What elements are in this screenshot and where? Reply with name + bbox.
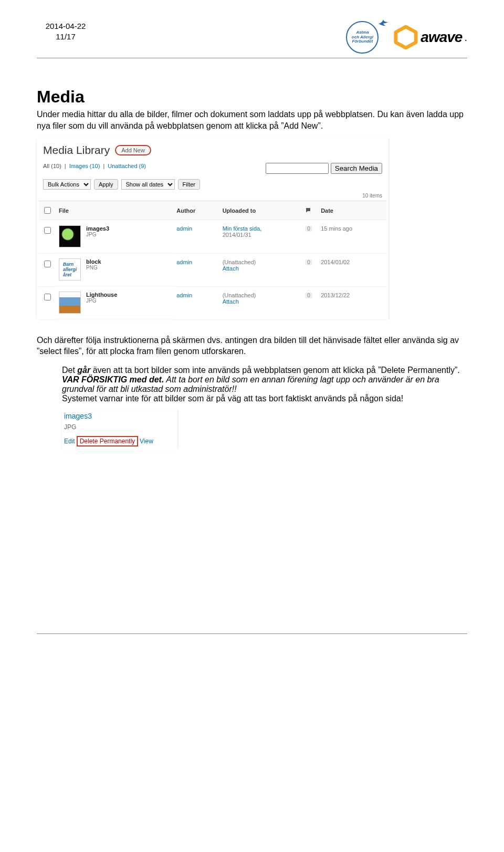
media-filter-links: All (10) | Images (10) | Unattached (9) … bbox=[39, 162, 386, 177]
uploaded-status: (Unattached) bbox=[223, 259, 299, 265]
comment-icon bbox=[305, 207, 311, 213]
uploaded-status: (Unattached) bbox=[223, 292, 299, 298]
delete-permanently-screenshot: images3 JPG Edit Delete Permanently View bbox=[62, 409, 177, 450]
warning-paragraph-1: Det går även att ta bort bilder som inte… bbox=[62, 366, 467, 403]
attach-link[interactable]: Attach bbox=[223, 298, 299, 305]
file-name[interactable]: block bbox=[86, 258, 101, 265]
row-checkbox[interactable] bbox=[44, 227, 51, 234]
file-type: PNG bbox=[86, 265, 101, 271]
table-row: images3 JPG admin Min första sida, 2014/… bbox=[39, 220, 386, 254]
attach-link[interactable]: Attach bbox=[223, 265, 299, 272]
table-row: Lighthouse JPG admin (Unattached) Attach… bbox=[39, 286, 386, 319]
svg-marker-0 bbox=[396, 27, 416, 48]
row-checkbox[interactable] bbox=[44, 294, 51, 300]
footer-divider bbox=[37, 633, 467, 634]
date-cell: 2014/01/02 bbox=[318, 253, 386, 286]
date-cell: 15 mins ago bbox=[318, 220, 386, 254]
header-page-number: 11/17 bbox=[37, 32, 94, 42]
author-cell[interactable]: admin bbox=[173, 286, 219, 319]
astma-logo-text: Astma och Allergi Förbundet bbox=[352, 30, 373, 44]
bulk-actions-select[interactable]: Bulk Actions bbox=[43, 179, 91, 190]
mid-paragraph: Och därefter följa instruktionerna på sk… bbox=[37, 335, 467, 357]
thumbnail-icon bbox=[59, 225, 81, 247]
uploaded-link[interactable]: Min första sida, bbox=[223, 225, 299, 232]
edit-link[interactable]: Edit bbox=[64, 438, 75, 445]
file-type: JPG bbox=[86, 232, 109, 237]
awave-logo: awave. bbox=[393, 25, 467, 50]
thumbnail-icon: Barnallergiåret bbox=[59, 258, 81, 280]
table-row: Barnallergiåret block PNG admin (Unattac… bbox=[39, 253, 386, 286]
media-library-title: Media Library bbox=[43, 144, 110, 157]
filter-images[interactable]: Images (10) bbox=[69, 163, 100, 174]
row-checkbox[interactable] bbox=[44, 261, 51, 267]
author-cell[interactable]: admin bbox=[173, 220, 219, 254]
date-filter-select[interactable]: Show all dates bbox=[121, 179, 175, 190]
file-type: JPG bbox=[86, 298, 117, 304]
awave-logo-text: awave bbox=[421, 29, 462, 46]
file-name[interactable]: Lighthouse bbox=[86, 292, 117, 298]
media-table: File Author Uploaded to Date images3 bbox=[39, 201, 386, 320]
warning-paragraph-2: Systemet varnar inte för att bilder som … bbox=[62, 394, 467, 403]
media-library-screenshot: Media Library Add New All (10) | Images … bbox=[37, 138, 388, 320]
awave-hexagon-icon bbox=[393, 25, 418, 50]
media-search-input[interactable] bbox=[266, 163, 329, 174]
sd-filetype: JPG bbox=[64, 423, 175, 431]
add-new-button[interactable]: Add New bbox=[115, 145, 151, 155]
col-author[interactable]: Author bbox=[173, 201, 219, 220]
thumbnail-icon bbox=[59, 292, 81, 314]
date-cell: 2013/12/22 bbox=[318, 286, 386, 319]
col-uploaded[interactable]: Uploaded to bbox=[219, 201, 302, 220]
apply-button[interactable]: Apply bbox=[94, 179, 118, 190]
intro-paragraph: Under media hittar du alla de bilder, fi… bbox=[37, 109, 467, 131]
header-date-block: 2014-04-22 11/17 bbox=[37, 21, 94, 41]
header-date: 2014-04-22 bbox=[37, 21, 94, 32]
uploaded-date: 2014/01/31 bbox=[223, 232, 299, 238]
comment-count[interactable]: 0 bbox=[305, 226, 312, 232]
filter-all[interactable]: All (10) bbox=[43, 163, 61, 174]
filter-unattached[interactable]: Unattached (9) bbox=[108, 163, 146, 174]
col-date[interactable]: Date bbox=[318, 201, 386, 220]
media-toolbar: Bulk Actions Apply Show all dates Filter bbox=[39, 177, 386, 192]
astma-allergi-logo: Astma och Allergi Förbundet bbox=[346, 21, 384, 54]
filter-button[interactable]: Filter bbox=[178, 179, 200, 190]
header-logos: Astma och Allergi Förbundet awave. bbox=[346, 21, 467, 54]
search-media-button[interactable]: Search Media bbox=[331, 163, 382, 174]
item-count: 10 items bbox=[39, 192, 386, 201]
select-all-checkbox[interactable] bbox=[44, 207, 51, 214]
page-header: 2014-04-22 11/17 Astma och Allergi Förbu… bbox=[37, 21, 467, 58]
delete-permanently-link[interactable]: Delete Permanently bbox=[77, 436, 138, 446]
col-file[interactable]: File bbox=[56, 201, 173, 220]
author-cell[interactable]: admin bbox=[173, 253, 219, 286]
view-link[interactable]: View bbox=[140, 438, 153, 445]
section-title: Media bbox=[37, 87, 467, 107]
comment-count[interactable]: 0 bbox=[305, 293, 312, 298]
col-comments-icon[interactable] bbox=[302, 201, 318, 220]
file-name[interactable]: images3 bbox=[86, 225, 109, 232]
sd-filename[interactable]: images3 bbox=[64, 412, 175, 420]
comment-count[interactable]: 0 bbox=[305, 259, 312, 265]
bird-icon bbox=[377, 17, 389, 28]
